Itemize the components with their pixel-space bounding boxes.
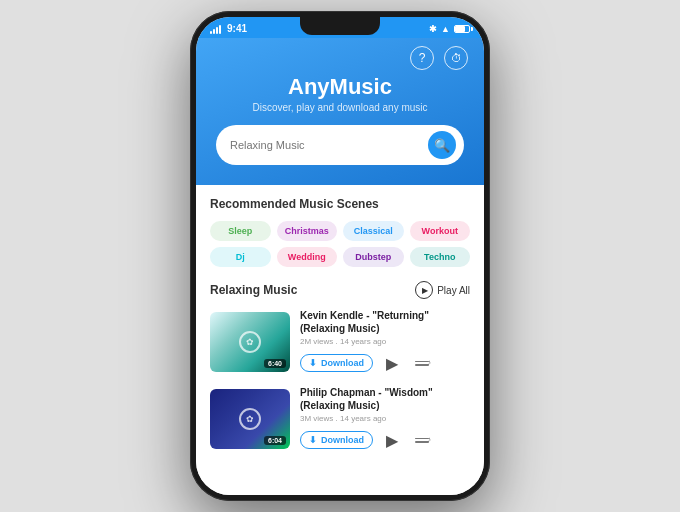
content-area: Recommended Music Scenes Sleep Christmas… [196, 185, 484, 495]
q-note-1: ♪ [427, 358, 431, 367]
track-info-1: Kevin Kendle - "Returning" (Relaxing Mus… [300, 309, 470, 374]
phone-shell: 9:41 ✱ ▲ ? ⏱ AnyMusic Discover, play [190, 11, 490, 501]
q-note-2: ♪ [427, 435, 431, 444]
chip-christmas[interactable]: Christmas [277, 221, 338, 241]
signal-bars [210, 24, 221, 34]
download-label-2: Download [321, 435, 364, 445]
wifi-icon: ▲ [441, 24, 450, 34]
track-duration-1: 6:40 [264, 359, 286, 368]
download-button-2[interactable]: ⬇ Download [300, 431, 373, 449]
battery-icon [454, 25, 470, 33]
track-duration-2: 6:04 [264, 436, 286, 445]
play-all-label: Play All [437, 285, 470, 296]
help-button[interactable]: ? [410, 46, 434, 70]
track-item: ✿ 6:40 Kevin Kendle - "Returning" (Relax… [210, 309, 470, 374]
chip-sleep[interactable]: Sleep [210, 221, 271, 241]
download-button-1[interactable]: ⬇ Download [300, 354, 373, 372]
timer-icon: ⏱ [451, 52, 462, 64]
help-icon: ? [419, 51, 426, 65]
app-header: ? ⏱ AnyMusic Discover, play and download… [196, 38, 484, 185]
signal-bar-3 [216, 27, 218, 34]
phone-screen: 9:41 ✱ ▲ ? ⏱ AnyMusic Discover, play [196, 17, 484, 495]
music-section-title: Relaxing Music [210, 283, 297, 297]
play-button-2[interactable]: ▶ [381, 429, 403, 451]
download-label-1: Download [321, 358, 364, 368]
play-all-triangle: ▶ [422, 286, 428, 295]
track-meta-2: 3M views . 14 years ago [300, 414, 470, 423]
track-item: ✿ 6:04 Philip Chapman - "Wisdom" (Relaxi… [210, 386, 470, 451]
timer-button[interactable]: ⏱ [444, 46, 468, 70]
signal-bar-4 [219, 25, 221, 34]
chips-grid: Sleep Christmas Classical Workout Dj Wed… [210, 221, 470, 267]
play-all-button[interactable]: ▶ Play All [415, 281, 470, 299]
track-actions-2: ⬇ Download ▶ ♪ [300, 429, 470, 451]
signal-bar-2 [213, 29, 215, 34]
logo-icon-1: ✿ [246, 337, 254, 347]
chip-classical[interactable]: Classical [343, 221, 404, 241]
search-input[interactable] [230, 139, 428, 151]
chip-dj[interactable]: Dj [210, 247, 271, 267]
battery-fill [455, 26, 465, 32]
queue-button-2[interactable]: ♪ [411, 429, 433, 451]
app-title: AnyMusic [212, 74, 468, 100]
download-icon-2: ⬇ [309, 435, 317, 445]
recommended-title: Recommended Music Scenes [210, 197, 470, 211]
track-thumbnail-2: ✿ 6:04 [210, 389, 290, 449]
signal-bar-1 [210, 31, 212, 34]
bluetooth-icon: ✱ [429, 24, 437, 34]
track-thumbnail-1: ✿ 6:40 [210, 312, 290, 372]
play-all-icon: ▶ [415, 281, 433, 299]
status-time: 9:41 [227, 23, 247, 34]
music-section-header: Relaxing Music ▶ Play All [210, 281, 470, 299]
search-bar: 🔍 [216, 125, 464, 165]
chip-wedding[interactable]: Wedding [277, 247, 338, 267]
track-title-2: Philip Chapman - "Wisdom" (Relaxing Musi… [300, 386, 470, 412]
chip-dubstep[interactable]: Dubstep [343, 247, 404, 267]
status-left: 9:41 [210, 23, 247, 34]
track-actions-1: ⬇ Download ▶ ♪ [300, 352, 470, 374]
queue-button-1[interactable]: ♪ [411, 352, 433, 374]
logo-icon-2: ✿ [246, 414, 254, 424]
search-icon: 🔍 [434, 138, 450, 153]
thumb-logo-1: ✿ [239, 331, 261, 353]
track-meta-1: 2M views . 14 years ago [300, 337, 470, 346]
thumb-logo-2: ✿ [239, 408, 261, 430]
chip-techno[interactable]: Techno [410, 247, 471, 267]
play-triangle-2: ▶ [386, 431, 398, 450]
play-triangle-1: ▶ [386, 354, 398, 373]
download-icon-1: ⬇ [309, 358, 317, 368]
queue-lines-2: ♪ [415, 438, 429, 443]
chip-workout[interactable]: Workout [410, 221, 471, 241]
status-right: ✱ ▲ [429, 24, 470, 34]
app-subtitle: Discover, play and download any music [212, 102, 468, 113]
header-icons: ? ⏱ [212, 46, 468, 70]
play-button-1[interactable]: ▶ [381, 352, 403, 374]
queue-lines-1: ♪ [415, 361, 429, 366]
track-info-2: Philip Chapman - "Wisdom" (Relaxing Musi… [300, 386, 470, 451]
search-button[interactable]: 🔍 [428, 131, 456, 159]
track-title-1: Kevin Kendle - "Returning" (Relaxing Mus… [300, 309, 470, 335]
notch [300, 17, 380, 35]
